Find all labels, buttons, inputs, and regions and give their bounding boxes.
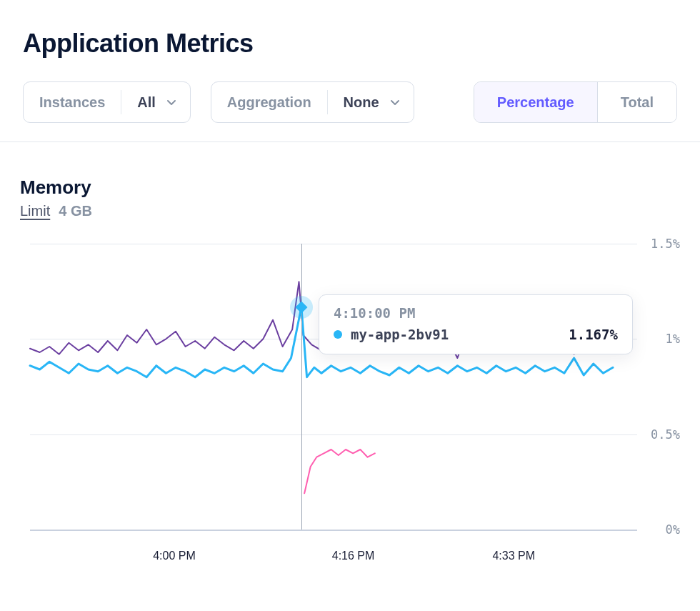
toggle-percentage[interactable]: Percentage: [474, 82, 598, 122]
y-tick: 1%: [666, 332, 680, 346]
instances-value-text: All: [137, 94, 156, 111]
plot-area[interactable]: 4:10:00 PM my-app-2bv91 1.167%: [30, 244, 637, 530]
instances-label: Instances: [24, 90, 121, 115]
chevron-down-icon: [166, 96, 177, 108]
y-axis: 0%0.5%1%1.5%: [637, 244, 680, 530]
x-tick: 4:16 PM: [332, 550, 375, 562]
tooltip: 4:10:00 PM my-app-2bv91 1.167%: [319, 294, 633, 354]
hover-guideline: [301, 244, 302, 530]
y-tick: 0.5%: [651, 427, 680, 442]
chart: 4:10:00 PM my-app-2bv91 1.167% 0%0.5%1%1…: [20, 244, 680, 530]
page-title: Application Metrics: [23, 29, 700, 59]
tooltip-row: my-app-2bv91 1.167%: [334, 327, 618, 342]
x-tick: 4:00 PM: [153, 550, 196, 562]
instances-selector: Instances All: [23, 81, 191, 123]
x-tick: 4:33 PM: [492, 550, 535, 562]
aggregation-value-text: None: [344, 94, 379, 111]
diamond-icon: [295, 301, 307, 313]
limit-row: Limit 4 GB: [20, 203, 680, 219]
series-line: [304, 449, 375, 493]
instances-value[interactable]: All: [121, 82, 190, 122]
hover-marker: [290, 296, 313, 319]
controls-row: Instances All Aggregation None Percentag…: [0, 59, 700, 141]
limit-value: 4 GB: [59, 203, 92, 219]
y-tick: 1.5%: [651, 237, 680, 251]
x-axis: 4:00 PM4:16 PM4:33 PM: [20, 530, 637, 558]
view-toggle: Percentage Total: [474, 81, 677, 123]
series-bullet-icon: [334, 330, 342, 339]
aggregation-value[interactable]: None: [328, 82, 414, 122]
y-tick: 0%: [666, 522, 680, 537]
tooltip-time: 4:10:00 PM: [334, 305, 618, 321]
tooltip-value: 1.167%: [569, 327, 618, 342]
aggregation-label: Aggregation: [211, 90, 328, 115]
tooltip-series-name: my-app-2bv91: [351, 327, 449, 342]
memory-card: Memory Limit 4 GB 4:10:00 PM my-app-2bv9…: [0, 142, 700, 558]
card-title: Memory: [20, 177, 680, 199]
toggle-total[interactable]: Total: [598, 82, 676, 122]
aggregation-selector: Aggregation None: [211, 81, 414, 123]
chevron-down-icon: [389, 96, 401, 108]
chart-lines: [30, 244, 637, 530]
limit-label[interactable]: Limit: [20, 203, 50, 219]
